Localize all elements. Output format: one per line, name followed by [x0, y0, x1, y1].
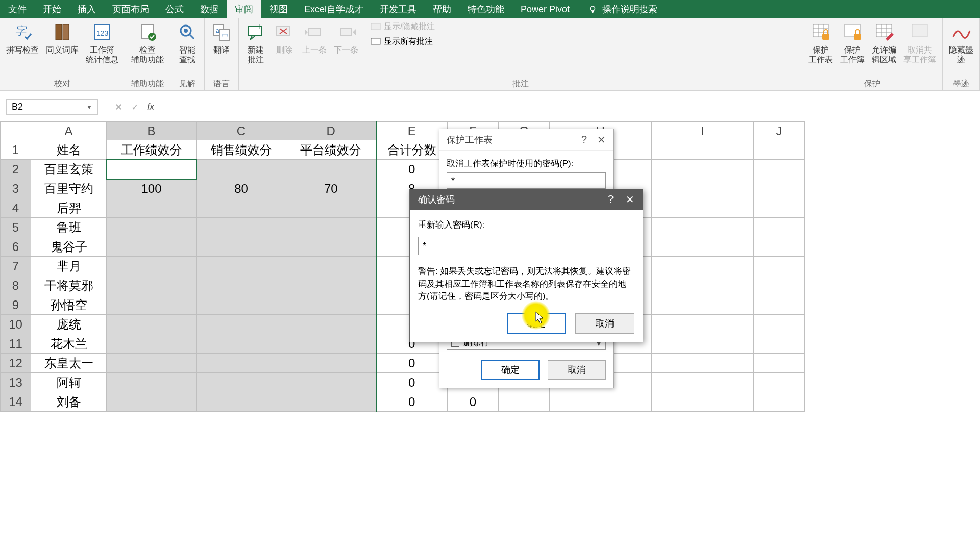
- cell[interactable]: [197, 218, 286, 237]
- cell[interactable]: [286, 160, 376, 179]
- cell[interactable]: [652, 237, 754, 257]
- tab-insert[interactable]: 插入: [69, 0, 104, 18]
- cell[interactable]: 0: [376, 354, 448, 373]
- row-header-5[interactable]: 5: [1, 218, 31, 237]
- cell[interactable]: [286, 392, 376, 412]
- cell[interactable]: 合计分数: [376, 140, 448, 160]
- row-header-1[interactable]: 1: [1, 140, 31, 160]
- cell[interactable]: [754, 373, 805, 392]
- cell[interactable]: [754, 276, 805, 295]
- cell[interactable]: [107, 276, 197, 295]
- cell[interactable]: 后羿: [31, 198, 107, 218]
- thesaurus-button[interactable]: 同义词库: [46, 21, 79, 55]
- cell[interactable]: [652, 354, 754, 373]
- protect-workbook-button[interactable]: 保护 工作簿: [840, 21, 865, 64]
- tell-me-search[interactable]: 操作说明搜索: [588, 0, 657, 18]
- cell[interactable]: [754, 295, 805, 315]
- cell[interactable]: [754, 237, 805, 257]
- cell[interactable]: 百里守约: [31, 179, 107, 198]
- cell[interactable]: [286, 198, 376, 218]
- row-header-10[interactable]: 10: [1, 315, 31, 334]
- new-comment-button[interactable]: + 新建 批注: [245, 21, 266, 64]
- cell[interactable]: 80: [197, 179, 286, 198]
- workbook-stats-button[interactable]: 123 工作簿 统计信息: [86, 21, 118, 64]
- tab-home[interactable]: 开始: [35, 0, 69, 18]
- cell-active[interactable]: [107, 160, 197, 179]
- cell[interactable]: [197, 295, 286, 315]
- cell[interactable]: [286, 315, 376, 334]
- formula-input[interactable]: [158, 99, 980, 115]
- cell[interactable]: [197, 373, 286, 392]
- tab-help[interactable]: 帮助: [425, 0, 459, 18]
- cell[interactable]: [652, 218, 754, 237]
- cell[interactable]: [197, 354, 286, 373]
- cell[interactable]: 0: [376, 160, 448, 179]
- cell[interactable]: [286, 334, 376, 354]
- cell[interactable]: 干将莫邪: [31, 276, 107, 295]
- cell[interactable]: 阿轲: [31, 373, 107, 392]
- dialog1-password-input[interactable]: [447, 172, 606, 189]
- cell[interactable]: 70: [286, 179, 376, 198]
- tab-custom1[interactable]: Excel自学成才: [296, 0, 372, 18]
- cell[interactable]: [754, 218, 805, 237]
- row-header-2[interactable]: 2: [1, 160, 31, 179]
- show-all-comments-button[interactable]: 显示所有批注: [371, 36, 435, 47]
- cell[interactable]: [754, 315, 805, 334]
- row-header-6[interactable]: 6: [1, 237, 31, 257]
- row-header-8[interactable]: 8: [1, 276, 31, 295]
- cell[interactable]: 百里玄策: [31, 160, 107, 179]
- cell[interactable]: 东皇太一: [31, 354, 107, 373]
- cell[interactable]: 孙悟空: [31, 295, 107, 315]
- cell[interactable]: [286, 354, 376, 373]
- translate-button[interactable]: a中 翻译: [211, 21, 232, 55]
- cell[interactable]: 工作绩效分: [107, 140, 197, 160]
- cell[interactable]: [197, 276, 286, 295]
- cell[interactable]: [754, 354, 805, 373]
- cell[interactable]: [107, 315, 197, 334]
- cell[interactable]: [197, 315, 286, 334]
- cell[interactable]: [652, 198, 754, 218]
- col-header-D[interactable]: D: [286, 122, 376, 140]
- cell[interactable]: [107, 237, 197, 257]
- cell[interactable]: [197, 198, 286, 218]
- cell[interactable]: [754, 179, 805, 198]
- cell[interactable]: 鲁班: [31, 218, 107, 237]
- col-header-C[interactable]: C: [197, 122, 286, 140]
- cell[interactable]: [107, 198, 197, 218]
- smart-lookup-button[interactable]: 智能 查找: [177, 21, 198, 64]
- col-header-I[interactable]: I: [652, 122, 754, 140]
- cell[interactable]: 销售绩效分: [197, 140, 286, 160]
- cell[interactable]: 鬼谷子: [31, 237, 107, 257]
- cell[interactable]: [286, 218, 376, 237]
- tab-file[interactable]: 文件: [0, 0, 35, 18]
- allow-edit-ranges-button[interactable]: 允许编 辑区域: [872, 21, 896, 64]
- cell[interactable]: [652, 257, 754, 276]
- cell[interactable]: [652, 276, 754, 295]
- cell[interactable]: [107, 334, 197, 354]
- cell[interactable]: 0: [376, 392, 448, 412]
- dialog2-password-input[interactable]: [418, 237, 634, 255]
- cell[interactable]: [652, 334, 754, 354]
- row-header-4[interactable]: 4: [1, 198, 31, 218]
- col-header-J[interactable]: J: [754, 122, 805, 140]
- cell[interactable]: [499, 392, 550, 412]
- cell[interactable]: 平台绩效分: [286, 140, 376, 160]
- cell[interactable]: 100: [107, 179, 197, 198]
- row-header-3[interactable]: 3: [1, 179, 31, 198]
- dialog2-cancel-button[interactable]: 取消: [575, 313, 634, 334]
- cell[interactable]: [652, 295, 754, 315]
- protect-sheet-button[interactable]: 保护 工作表: [808, 21, 833, 64]
- cell[interactable]: 芈月: [31, 257, 107, 276]
- cell[interactable]: [286, 257, 376, 276]
- cell[interactable]: 庞统: [31, 315, 107, 334]
- tab-data[interactable]: 数据: [192, 0, 227, 18]
- tab-formulas[interactable]: 公式: [157, 0, 192, 18]
- name-box-dropdown-icon[interactable]: ▼: [86, 104, 92, 111]
- tab-developer[interactable]: 开发工具: [372, 0, 425, 18]
- row-header-14[interactable]: 14: [1, 392, 31, 412]
- dialog1-cancel-button[interactable]: 取消: [548, 360, 606, 380]
- cell[interactable]: [197, 334, 286, 354]
- dialog2-ok-button[interactable]: 确定: [507, 313, 566, 334]
- cell[interactable]: 花木兰: [31, 334, 107, 354]
- col-header-E[interactable]: E: [376, 122, 448, 140]
